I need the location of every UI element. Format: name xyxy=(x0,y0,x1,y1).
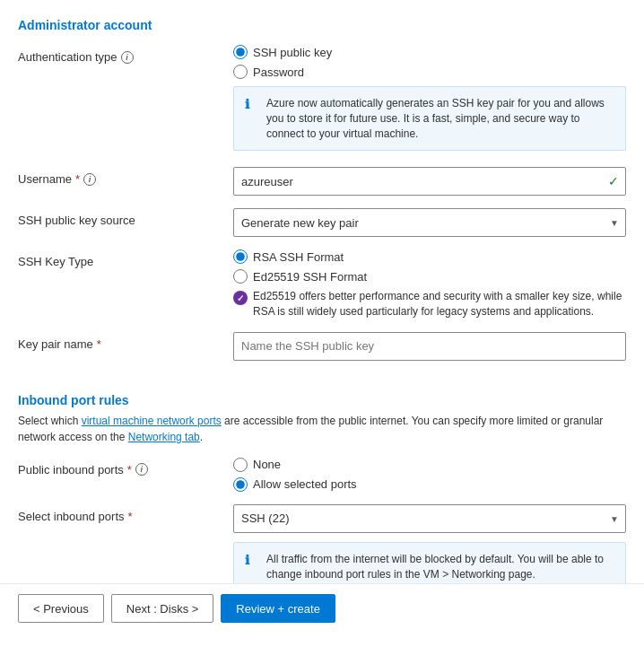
footer: < Previous Next : Disks > Review + creat… xyxy=(0,583,644,633)
public-inbound-ports-control: None Allow selected ports xyxy=(233,458,626,492)
ed25519-note-text: Ed25519 offers better performance and se… xyxy=(253,289,626,319)
ssh-key-type-row: SSH Key Type RSA SSH Format Ed25519 SSH … xyxy=(18,249,626,319)
ssh-key-source-select-wrapper: Generate new key pair Use existing key s… xyxy=(233,208,626,237)
ssh-key-source-label: SSH public key source xyxy=(18,208,233,227)
previous-button[interactable]: < Previous xyxy=(18,594,104,623)
key-pair-name-input[interactable] xyxy=(233,332,626,361)
username-label: Username * i xyxy=(18,167,233,186)
auth-type-control: SSH public key Password ℹ Azure now auto… xyxy=(233,45,626,154)
ssh-key-type-radio-group: RSA SSH Format Ed25519 SSH Format xyxy=(233,249,626,284)
auth-type-info-icon[interactable]: i xyxy=(121,51,134,64)
ssh-key-type-ed25519-option[interactable]: Ed25519 SSH Format xyxy=(233,269,626,284)
auth-type-password-option[interactable]: Password xyxy=(233,65,626,79)
auth-type-radio-group: SSH public key Password xyxy=(233,45,626,79)
ssh-key-type-rsa-radio[interactable] xyxy=(233,249,248,264)
auth-type-password-label: Password xyxy=(253,66,304,79)
virtual-machine-ports-link[interactable]: virtual machine network ports xyxy=(82,415,222,427)
username-input-wrapper: ✓ xyxy=(233,167,626,196)
inbound-section-title: Inbound port rules xyxy=(18,393,626,407)
ssh-key-type-ed25519-radio[interactable] xyxy=(233,269,248,284)
public-inbound-ports-row: Public inbound ports * i None Allow sele… xyxy=(18,458,626,492)
ssh-key-source-control: Generate new key pair Use existing key s… xyxy=(233,208,626,237)
ssh-key-source-select[interactable]: Generate new key pair Use existing key s… xyxy=(233,208,626,237)
networking-tab-link[interactable]: Networking tab xyxy=(128,431,200,443)
inbound-section: Inbound port rules Select which virtual … xyxy=(18,393,626,583)
next-disks-button[interactable]: Next : Disks > xyxy=(111,594,214,623)
ssh-key-type-control: RSA SSH Format Ed25519 SSH Format ✓ Ed25… xyxy=(233,249,626,319)
ed25519-note-icon: ✓ xyxy=(233,291,248,305)
select-inbound-ports-required-star: * xyxy=(128,510,133,523)
auth-type-label: Authentication type i xyxy=(18,45,233,64)
inbound-ports-none-option[interactable]: None xyxy=(233,458,626,472)
ssh-key-type-rsa-label: RSA SSH Format xyxy=(253,250,344,264)
select-inbound-ports-label: Select inbound ports * xyxy=(18,504,233,523)
auth-type-password-radio[interactable] xyxy=(233,65,248,79)
ssh-key-type-label: SSH Key Type xyxy=(18,249,233,268)
inbound-ports-none-label: None xyxy=(253,458,281,471)
username-input[interactable] xyxy=(233,167,626,196)
username-required-star: * xyxy=(75,172,80,186)
inbound-info-text: All traffic from the internet will be bl… xyxy=(266,552,614,582)
ssh-key-type-note-box: ✓ Ed25519 offers better performance and … xyxy=(233,289,626,319)
username-check-icon: ✓ xyxy=(608,174,619,188)
username-info-icon[interactable]: i xyxy=(83,173,96,186)
public-inbound-ports-radio-group: None Allow selected ports xyxy=(233,458,626,492)
select-inbound-ports-select[interactable]: SSH (22) HTTP (80) HTTPS (443) RDP (3389… xyxy=(233,504,626,533)
select-inbound-ports-select-wrapper: SSH (22) HTTP (80) HTTPS (443) RDP (3389… xyxy=(233,504,626,533)
auth-info-icon: ℹ xyxy=(245,97,259,141)
key-pair-name-control xyxy=(233,332,626,361)
key-pair-name-row: Key pair name * xyxy=(18,332,626,361)
key-pair-name-label: Key pair name * xyxy=(18,332,233,351)
public-inbound-ports-label: Public inbound ports * i xyxy=(18,458,233,477)
inbound-ports-allow-option[interactable]: Allow selected ports xyxy=(233,477,626,492)
ssh-key-type-rsa-option[interactable]: RSA SSH Format xyxy=(233,249,626,264)
admin-account-title: Administrator account xyxy=(18,18,626,32)
inbound-ports-info-box: ℹ All traffic from the internet will be … xyxy=(233,542,626,583)
username-control: ✓ xyxy=(233,167,626,196)
inbound-ports-none-radio[interactable] xyxy=(233,458,248,472)
inbound-ports-allow-label: Allow selected ports xyxy=(253,477,357,491)
select-inbound-ports-control: SSH (22) HTTP (80) HTTPS (443) RDP (3389… xyxy=(233,504,626,583)
username-row: Username * i ✓ xyxy=(18,167,626,196)
auth-info-text: Azure now automatically generates an SSH… xyxy=(266,96,614,141)
select-inbound-ports-row: Select inbound ports * SSH (22) HTTP (80… xyxy=(18,504,626,583)
auth-type-ssh-option[interactable]: SSH public key xyxy=(233,45,626,59)
public-inbound-ports-required-star: * xyxy=(127,463,132,477)
auth-type-info-box: ℹ Azure now automatically generates an S… xyxy=(233,86,626,151)
inbound-info-icon: ℹ xyxy=(245,553,259,582)
admin-account-section: Administrator account Authentication typ… xyxy=(18,18,626,380)
public-inbound-ports-info-icon[interactable]: i xyxy=(135,463,148,476)
auth-type-ssh-label: SSH public key xyxy=(253,46,332,59)
key-pair-name-required-star: * xyxy=(97,337,101,351)
auth-type-ssh-radio[interactable] xyxy=(233,45,248,59)
inbound-description: Select which virtual machine network por… xyxy=(18,413,626,445)
inbound-ports-allow-radio[interactable] xyxy=(233,477,248,492)
ssh-key-source-row: SSH public key source Generate new key p… xyxy=(18,208,626,237)
review-create-button[interactable]: Review + create xyxy=(221,594,335,623)
main-content: Administrator account Authentication typ… xyxy=(0,0,644,583)
ssh-key-type-ed25519-label: Ed25519 SSH Format xyxy=(253,270,367,284)
auth-type-row: Authentication type i SSH public key Pas… xyxy=(18,45,626,154)
